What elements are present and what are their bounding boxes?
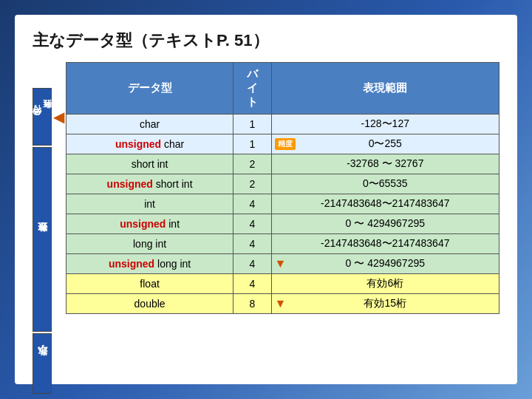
type-double: double bbox=[66, 294, 233, 314]
type-char: char bbox=[66, 115, 233, 134]
byte-uint: 4 bbox=[233, 214, 271, 234]
table-row: unsigned int 4 0 〜 4294967295 bbox=[66, 214, 499, 234]
header-byte: バイト bbox=[233, 63, 271, 115]
type-uint: unsigned int bbox=[66, 214, 233, 234]
shosuu-side-label: 小数 bbox=[33, 333, 52, 394]
header-type: データ型 bbox=[66, 63, 233, 115]
slide-title: 主なデータ型（テキストP. 51） bbox=[33, 30, 499, 52]
range-long: -2147483648〜2147483647 bbox=[271, 234, 499, 254]
byte-short: 2 bbox=[233, 154, 271, 174]
range-float: 有効6桁 bbox=[271, 274, 499, 294]
seisuu-side-label: 整数 bbox=[33, 147, 52, 332]
table-row: unsigned short int 2 0〜65535 bbox=[66, 174, 499, 194]
range-uchar: 精度 0〜255 bbox=[271, 134, 499, 154]
byte-long: 4 bbox=[233, 234, 271, 254]
table-row: unsigned char 1 精度 0〜255 bbox=[66, 134, 499, 154]
type-ulong: unsigned long int bbox=[66, 254, 233, 274]
byte-uchar: 1 bbox=[233, 134, 271, 154]
seido-badge: 精度 bbox=[275, 138, 296, 150]
type-short: short int bbox=[66, 154, 233, 174]
type-int: int bbox=[66, 194, 233, 214]
type-float: float bbox=[66, 274, 233, 294]
range-double: ▼ 有効15桁 bbox=[271, 294, 499, 314]
unsigned-label: unsigned bbox=[115, 138, 161, 150]
type-long: long int bbox=[66, 234, 233, 254]
unsigned-label: unsigned bbox=[120, 218, 166, 230]
byte-float: 4 bbox=[233, 274, 271, 294]
table-row: unsigned long int 4 ▼ 0 〜 4294967295 bbox=[66, 254, 499, 274]
range-short: -32768 〜 32767 bbox=[271, 154, 499, 174]
range-int: -2147483648〜2147483647 bbox=[271, 194, 499, 214]
table-row: int 4 -2147483648〜2147483647 bbox=[66, 194, 499, 214]
unsigned-label: unsigned bbox=[109, 258, 154, 270]
type-uchar: unsigned char bbox=[66, 134, 233, 154]
table-row: long int 4 -2147483648〜2147483647 bbox=[66, 234, 499, 254]
table-row: char 1 -128〜127 bbox=[66, 115, 499, 134]
fugo-side-label: 符号の有無 bbox=[33, 88, 52, 146]
fugo-arrow: ◀ bbox=[53, 109, 64, 124]
byte-double: 8 bbox=[233, 294, 271, 314]
range-uint: 0 〜 4294967295 bbox=[271, 214, 499, 234]
byte-int: 4 bbox=[233, 194, 271, 214]
table-row: short int 2 -32768 〜 32767 bbox=[66, 154, 499, 174]
table-row: float 4 有効6桁 bbox=[66, 274, 499, 294]
header-range: 表現範囲 bbox=[271, 63, 499, 115]
range-ulong: ▼ 0 〜 4294967295 bbox=[271, 254, 499, 274]
type-ushort: unsigned short int bbox=[66, 174, 233, 194]
byte-char: 1 bbox=[233, 115, 271, 134]
slide-container: 主なデータ型（テキストP. 51） 符号の有無 ◀ 整数 bbox=[15, 15, 517, 384]
range-char: -128〜127 bbox=[271, 115, 499, 134]
unsigned-label: unsigned bbox=[107, 178, 153, 190]
range-ushort: 0〜65535 bbox=[271, 174, 499, 194]
byte-ulong: 4 bbox=[233, 254, 271, 274]
data-type-table: データ型 バイト 表現範囲 char 1 -128〜127 unsig bbox=[66, 62, 499, 314]
byte-ushort: 2 bbox=[233, 174, 271, 194]
down-arrow-double: ▼ bbox=[275, 297, 287, 310]
down-arrow-ulong: ▼ bbox=[275, 257, 287, 270]
table-row: double 8 ▼ 有効15桁 bbox=[66, 294, 499, 314]
